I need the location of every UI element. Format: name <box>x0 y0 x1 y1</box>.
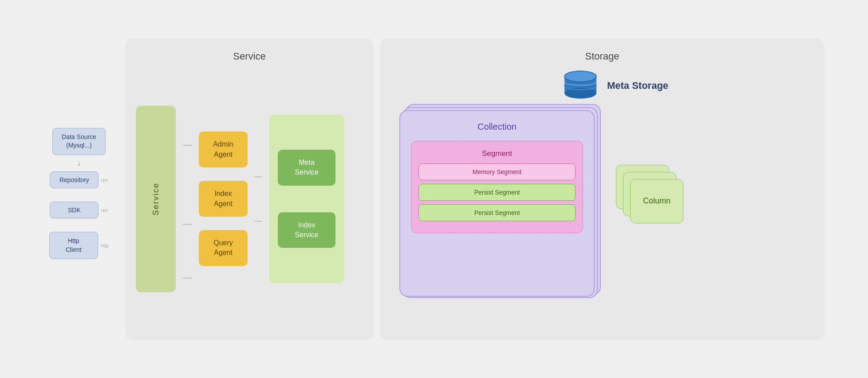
rpc-label-2: rpc <box>101 207 108 213</box>
meta-service-box: Meta Service <box>278 150 335 186</box>
line-5 <box>255 221 262 222</box>
meta-service-label: Meta Service <box>295 159 318 176</box>
column-stack: Column <box>612 161 683 250</box>
memory-segment-box: Memory Segment <box>418 163 576 180</box>
query-agent-label: Query Agent <box>213 239 233 256</box>
http-client-box: Http Client <box>49 232 98 259</box>
line-4 <box>255 176 262 177</box>
diagram-wrapper: Data Source (Mysql...) ↓ Repository rpc … <box>43 16 825 362</box>
repository-label: Repository <box>59 176 89 183</box>
meta-storage-row: Meta Storage <box>563 70 668 101</box>
segment-box: Segment Memory Segment Persist Segment P… <box>411 141 583 233</box>
service-section: Service Service Admin Agent Index Agent <box>125 38 374 340</box>
clients-section: Data Source (Mysql...) ↓ Repository rpc … <box>43 119 114 259</box>
index-service-box: Index Service <box>278 212 335 248</box>
repository-box: Repository <box>50 171 99 188</box>
segment-label: Segment <box>418 149 576 158</box>
collection-front-box: Collection Segment Memory Segment Persis… <box>399 110 595 297</box>
index-agent-box: Index Agent <box>199 181 248 217</box>
meta-storage-label: Meta Storage <box>607 80 668 92</box>
sdk-box: SDK <box>50 202 99 219</box>
line-1 <box>183 145 192 146</box>
persist-segment-label-1: Persist Segment <box>474 189 520 196</box>
service-title: Service <box>233 51 265 62</box>
storage-title: Storage <box>585 51 619 62</box>
index-service-label: Index Service <box>295 221 318 239</box>
query-agent-box: Query Agent <box>199 230 248 266</box>
column-box-1: Column <box>630 179 683 223</box>
rpc-label-1: rpc <box>101 177 108 183</box>
collection-label: Collection <box>411 122 583 132</box>
persist-segment-box-1: Persist Segment <box>418 184 576 201</box>
service-to-agents-lines <box>183 106 192 292</box>
collection-stack: Collection Segment Memory Segment Persis… <box>399 110 595 301</box>
http-client-row: Http Client http <box>49 232 109 259</box>
sdk-label: SDK <box>68 207 81 214</box>
storage-section: Storage Meta Storage Collection <box>380 38 825 340</box>
service-inner: Service Admin Agent Index Agent Query Ag… <box>136 70 363 328</box>
line-3 <box>183 278 192 279</box>
admin-agent-label: Admin Agent <box>213 140 233 158</box>
index-agent-label: Index Agent <box>214 190 233 207</box>
data-source-label: Data Source (Mysql...) <box>62 133 96 149</box>
memory-segment-label: Memory Segment <box>473 168 521 175</box>
sdk-row: SDK rpc <box>50 202 108 219</box>
line-2 <box>183 224 192 225</box>
persist-segment-box-2: Persist Segment <box>418 204 576 221</box>
persist-segment-label-2: Persist Segment <box>474 209 520 216</box>
agents-to-services-lines <box>255 128 262 270</box>
admin-agent-box: Admin Agent <box>199 131 248 167</box>
sub-services-box: Meta Service Index Service <box>269 115 344 283</box>
data-source-box: Data Source (Mysql...) <box>52 128 106 155</box>
agents-column: Admin Agent Index Agent Query Agent <box>199 131 248 266</box>
down-arrow: ↓ <box>77 159 81 168</box>
http-client-label: Http Client <box>66 237 82 253</box>
service-main-box: Service <box>136 106 176 292</box>
collection-area: Collection Segment Memory Segment Persis… <box>391 110 814 301</box>
database-icon <box>563 70 598 101</box>
repository-row: Repository rpc <box>50 171 108 188</box>
http-label: http <box>101 243 109 248</box>
service-box-label: Service <box>151 182 161 215</box>
column-label: Column <box>643 196 671 206</box>
